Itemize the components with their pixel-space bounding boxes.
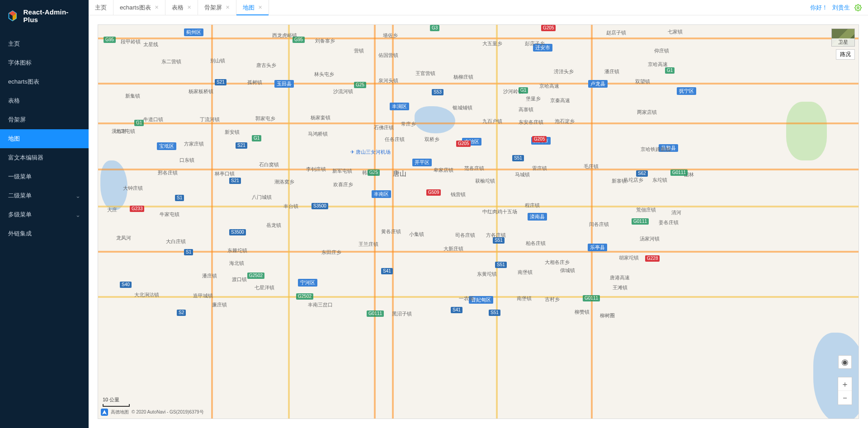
- nav-label: 表格: [8, 97, 20, 105]
- amap-copyright: © 2020 AutoNavi - GS(2019)6379号: [132, 409, 204, 415]
- zoom-controls: ◉ ＋ －: [838, 355, 852, 405]
- nav-label: echarts图表: [8, 78, 39, 86]
- amap-brand: 高德地图: [111, 409, 129, 415]
- tab-label: 表格: [172, 4, 184, 12]
- sidebar-item-richtext[interactable]: 富文本编辑器: [0, 148, 89, 167]
- tab-label: 地图: [243, 4, 255, 12]
- tabs: 主页 echarts图表✕ 表格✕ 骨架屏✕ 地图✕: [89, 0, 269, 15]
- road: [392, 25, 394, 419]
- close-icon[interactable]: ✕: [258, 5, 262, 10]
- close-icon[interactable]: ✕: [155, 5, 159, 10]
- tabbar: 主页 echarts图表✕ 表格✕ 骨架屏✕ 地图✕ 你好！ 刘贵生: [89, 0, 868, 15]
- satellite-toggle[interactable]: 卫星: [831, 28, 855, 47]
- road: [496, 25, 498, 419]
- road: [374, 25, 376, 419]
- road: [211, 25, 213, 419]
- sidebar-item-skeleton[interactable]: 骨架屏: [0, 110, 89, 129]
- tab-home[interactable]: 主页: [89, 0, 113, 15]
- scale-bar: 10 公里: [103, 396, 130, 407]
- scale-text: 10 公里: [103, 396, 130, 403]
- nav-label: 字体图标: [8, 59, 32, 67]
- close-icon[interactable]: ✕: [187, 5, 191, 10]
- road: [288, 25, 290, 419]
- zoom-group: ＋ －: [838, 377, 852, 405]
- nav-label: 多级菜单: [8, 211, 32, 219]
- tab-label: 骨架屏: [204, 4, 222, 12]
- brand-name: React-Admin-Plus: [24, 8, 82, 24]
- tab-echarts[interactable]: echarts图表✕: [113, 0, 165, 15]
- zoom-in-button[interactable]: ＋: [838, 377, 852, 391]
- satellite-label: 卫星: [832, 38, 854, 46]
- brand: React-Admin-Plus: [0, 0, 89, 34]
- map-type-controls: 卫星 路况: [831, 28, 855, 60]
- sidebar: React-Admin-Plus 主页 字体图标 echarts图表 表格 骨架…: [0, 0, 89, 428]
- nav-label: 二级菜单: [8, 192, 32, 200]
- sidebar-item-menu1[interactable]: 一级菜单: [0, 167, 89, 186]
- nav-label: 富文本编辑器: [8, 154, 43, 162]
- map[interactable]: 唐山 ✈ 唐山三女河机场 蓟州区玉田县宝坻区丰润区古冶区开平区丰南区宁河区曹妃甸…: [98, 24, 859, 419]
- chevron-down-icon: ⌄: [75, 212, 80, 218]
- amap-logo-icon: [101, 409, 108, 416]
- logo-icon: [6, 9, 19, 22]
- park-area: [786, 102, 827, 160]
- tab-label: echarts图表: [120, 4, 151, 12]
- scale-bar-line: [103, 404, 130, 407]
- sidebar-item-map[interactable]: 地图: [0, 129, 89, 148]
- sidebar-item-menu-multi[interactable]: 多级菜单⌄: [0, 205, 89, 224]
- tab-map[interactable]: 地图✕: [236, 0, 269, 15]
- chevron-down-icon: ⌄: [75, 193, 80, 199]
- nav-label: 骨架屏: [8, 116, 26, 124]
- map-attribution: 高德地图 © 2020 AutoNavi - GS(2019)6379号: [101, 409, 204, 416]
- tab-skeleton[interactable]: 骨架屏✕: [198, 0, 236, 15]
- nav: 主页 字体图标 echarts图表 表格 骨架屏 地图 富文本编辑器 一级菜单 …: [0, 34, 89, 243]
- traffic-toggle[interactable]: 路况: [836, 49, 855, 60]
- main: 主页 echarts图表✕ 表格✕ 骨架屏✕ 地图✕ 你好！ 刘贵生: [89, 0, 868, 428]
- header-right: 你好！ 刘贵生: [810, 4, 868, 12]
- gear-icon[interactable]: [854, 4, 862, 11]
- nav-label: 地图: [8, 135, 20, 143]
- sidebar-item-icons[interactable]: 字体图标: [0, 53, 89, 72]
- username[interactable]: 刘贵生: [832, 4, 850, 12]
- svg-point-0: [857, 7, 859, 9]
- sidebar-item-menu2[interactable]: 二级菜单⌄: [0, 186, 89, 205]
- sidebar-item-echarts[interactable]: echarts图表: [0, 72, 89, 91]
- tab-label: 主页: [95, 4, 107, 12]
- road: [591, 25, 593, 419]
- tab-table[interactable]: 表格✕: [165, 0, 198, 15]
- content: 唐山 ✈ 唐山三女河机场 蓟州区玉田县宝坻区丰润区古冶区开平区丰南区宁河区曹妃甸…: [89, 15, 868, 428]
- locate-button[interactable]: ◉: [838, 355, 852, 369]
- nav-label: 主页: [8, 40, 20, 48]
- close-icon[interactable]: ✕: [226, 5, 230, 10]
- sidebar-item-table[interactable]: 表格: [0, 91, 89, 110]
- sidebar-item-external[interactable]: 外链集成: [0, 224, 89, 243]
- nav-label: 一级菜单: [8, 173, 32, 181]
- greeting: 你好！: [810, 4, 828, 12]
- zoom-out-button[interactable]: －: [838, 391, 852, 404]
- nav-label: 外链集成: [8, 230, 32, 238]
- sidebar-item-home[interactable]: 主页: [0, 34, 89, 53]
